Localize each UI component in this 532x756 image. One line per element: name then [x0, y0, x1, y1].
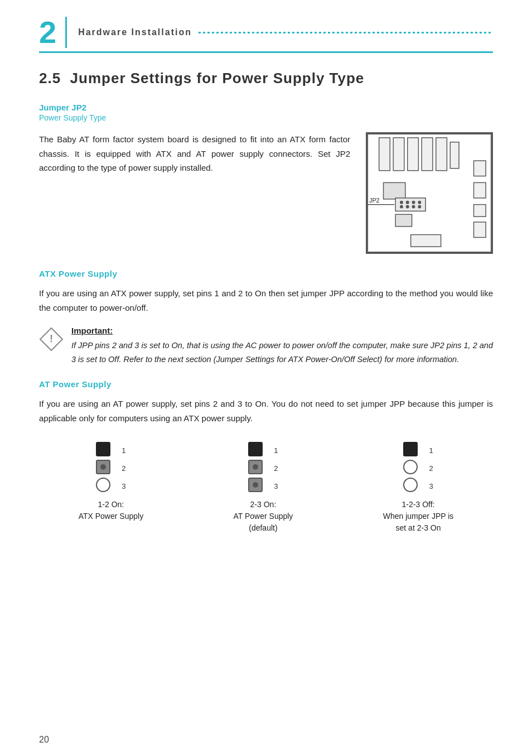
svg-rect-9 [474, 205, 486, 217]
pin-2-cap-2 [248, 460, 263, 474]
board-diagram: JP2 [366, 132, 493, 256]
pin-num-3: 3 [122, 479, 125, 493]
pin-column-1 [96, 442, 110, 492]
svg-point-21 [412, 205, 415, 209]
pin-3-empty-3 [403, 478, 418, 492]
svg-point-18 [418, 201, 421, 204]
pin-num-6: 3 [274, 479, 278, 493]
pin-1-filled [96, 442, 110, 456]
header-dots [199, 32, 493, 33]
jumper-visual-3: 1 2 3 [403, 442, 433, 493]
pin-num-4: 1 [274, 443, 278, 458]
pin-2-cap [96, 460, 110, 474]
svg-point-17 [412, 201, 415, 204]
svg-rect-3 [408, 138, 419, 171]
svg-point-15 [400, 201, 403, 204]
svg-text:!: ! [50, 333, 53, 344]
intro-paragraph: The Baby AT form factor system board is … [39, 132, 350, 175]
svg-rect-6 [450, 142, 459, 168]
atx-text: If you are using an ATX power supply, se… [39, 286, 493, 315]
chapter-number: 2 [39, 17, 67, 48]
jumper-visual-1: 1 2 3 [96, 442, 125, 493]
pin-1-filled-3 [403, 442, 418, 456]
svg-rect-2 [393, 138, 404, 171]
svg-rect-24 [411, 235, 441, 247]
svg-rect-23 [395, 214, 412, 227]
pin-3-empty [96, 478, 110, 492]
pin-num-8: 2 [429, 461, 433, 475]
page-container: 2 Hardware Installation 2.5 Jumper Setti… [0, 0, 532, 756]
jumper-item-2: 1 2 3 2-3 On: AT Power Supply (default) [234, 442, 293, 534]
jumper-item-1: 1 2 3 1-2 On: ATX Power Supply [79, 442, 143, 522]
pin-column-2 [248, 442, 263, 492]
important-label: Important: [71, 326, 493, 335]
svg-rect-14 [395, 198, 425, 211]
atx-heading: ATX Power Supply [39, 269, 493, 278]
header-bar: 2 Hardware Installation [39, 17, 493, 53]
jumper-diagrams: 1 2 3 1-2 On: ATX Power Supply [39, 442, 493, 534]
svg-rect-7 [474, 161, 486, 176]
svg-point-16 [406, 201, 409, 204]
pin-num-1: 1 [122, 443, 125, 458]
pin-3-cap-2 [248, 478, 263, 492]
pin-numbers-1: 1 2 3 [122, 442, 125, 493]
svg-text:JP2: JP2 [369, 197, 380, 204]
jumper-visual-2: 1 2 3 [248, 442, 278, 493]
svg-point-19 [400, 205, 403, 209]
pin-numbers-2: 1 2 3 [274, 442, 278, 493]
section-title: 2.5 Jumper Settings for Power Supply Typ… [39, 70, 493, 87]
pin-num-9: 3 [429, 479, 433, 493]
board-diagram-svg: JP2 [366, 132, 493, 254]
svg-rect-1 [379, 138, 390, 171]
pin-cap-inner [100, 464, 106, 470]
pin-num-5: 2 [274, 461, 278, 475]
intro-text-block: The Baby AT form factor system board is … [39, 132, 350, 175]
pin-num-2: 2 [122, 461, 125, 475]
pin-1-filled-2 [248, 442, 263, 456]
pin-2-empty-3 [403, 460, 418, 474]
pin-num-7: 1 [429, 443, 433, 458]
svg-point-20 [406, 205, 409, 209]
jumper-caption-3: 1-2-3 Off: When jumper JPP is set at 2-3… [383, 499, 454, 534]
warning-icon: ! [39, 327, 64, 351]
pin-column-3 [403, 442, 418, 492]
page-number: 20 [39, 735, 49, 745]
pin-cap-inner-3 [253, 482, 258, 488]
jumper-caption-1: 1-2 On: ATX Power Supply [79, 499, 143, 522]
at-heading: AT Power Supply [39, 379, 493, 389]
important-content: Important: If JPP pins 2 and 3 is set to… [71, 326, 493, 366]
pin-cap-inner-2 [253, 464, 258, 470]
jumper-caption-2: 2-3 On: AT Power Supply (default) [234, 499, 293, 534]
svg-rect-5 [436, 138, 447, 171]
header-title: Hardware Installation [78, 27, 192, 37]
at-text: If you are using an AT power supply, set… [39, 397, 493, 425]
jumper-item-3: 1 2 3 1-2-3 Off: When jumper JPP is set … [383, 442, 454, 534]
jumper-label: Jumper JP2 [39, 103, 493, 112]
important-text: If JPP pins 2 and 3 is set to On, that i… [71, 339, 493, 366]
important-box: ! Important: If JPP pins 2 and 3 is set … [39, 326, 493, 366]
svg-rect-10 [474, 222, 486, 237]
svg-rect-11 [384, 182, 405, 199]
svg-rect-8 [474, 182, 486, 198]
jumper-sub: Power Supply Type [39, 113, 493, 122]
svg-rect-4 [422, 138, 433, 171]
svg-point-22 [418, 205, 421, 209]
pin-numbers-3: 1 2 3 [429, 442, 433, 493]
intro-section: The Baby AT form factor system board is … [39, 132, 493, 256]
